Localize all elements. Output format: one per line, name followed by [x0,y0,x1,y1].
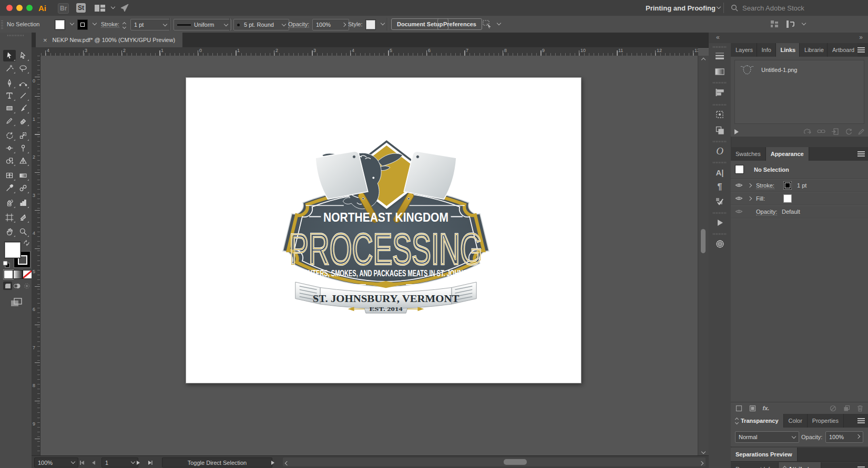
adobe-stock-search-input[interactable]: Search Adobe Stock [742,4,804,12]
vertical-scrollbar[interactable] [698,56,709,456]
lasso-tool[interactable] [17,63,29,74]
next-artboard-icon[interactable] [137,460,140,466]
align-panel-icon[interactable] [711,86,729,99]
fill-attr-label[interactable]: Fill: [756,195,765,202]
attributes-panel-menu-icon[interactable] [857,462,868,468]
scale-tool[interactable] [17,130,29,141]
delete-item-icon[interactable] [854,403,866,413]
pen-tool[interactable] [3,77,16,89]
draw-inside-mode-button[interactable] [22,282,31,290]
opacity-label[interactable]: Opacity: [288,21,309,28]
paragraph-panel-icon[interactable]: ¶ [711,181,729,193]
flattener-preview-panel-icon[interactable] [711,195,729,208]
opentype-panel-icon[interactable]: O [711,145,729,158]
expand-stroke-icon[interactable] [748,183,752,188]
variable-width-profile-field[interactable]: Uniform [173,19,231,30]
rotate-tool[interactable] [3,130,16,141]
color-mode-button[interactable] [4,270,13,279]
opacity-attr-value[interactable]: Default [782,209,800,215]
workspace-chevron-icon[interactable] [111,5,115,9]
pencil-tool[interactable] [3,115,16,127]
line-segment-tool[interactable] [17,90,29,101]
strip-grip[interactable] [713,46,727,48]
pathfinder-panel-icon[interactable] [711,124,729,137]
appearance-row-stroke[interactable]: Stroke: 1 pt [731,179,868,192]
opacity-field[interactable]: 100% [312,19,349,30]
screen-mode-button[interactable] [11,298,22,308]
tab-info[interactable]: Info [757,43,776,57]
tab-appearance[interactable]: Appearance [766,147,809,161]
rectangle-tool[interactable] [3,102,16,114]
tab-transparency[interactable]: Transparency [731,414,784,428]
slice-tool[interactable] [17,212,29,223]
artboard[interactable]: NORTHEAST KINGDOM PROCESSING PROCESSING … [186,77,581,383]
stroke-weight-field[interactable]: 1 pt [130,19,170,30]
clear-appearance-icon[interactable] [827,403,839,413]
isolate-chevron-icon[interactable] [497,21,501,25]
strip-grip[interactable] [713,162,727,163]
character-panel-icon[interactable]: A| [711,166,729,179]
strip-grip[interactable] [713,82,727,84]
stroke-attr-value[interactable]: 1 pt [797,182,806,189]
add-new-fill-icon[interactable] [747,403,758,413]
edit-original-icon[interactable] [855,127,867,136]
strip-grip[interactable] [713,233,727,235]
scroll-left-icon[interactable] [285,460,289,466]
collapse-dock-icon[interactable]: « [716,34,720,41]
stroke-color-swatch[interactable] [77,19,88,30]
stroke-panel-icon[interactable] [711,49,729,62]
status-display-field[interactable]: Toggle Direct Selection [162,457,272,467]
strip-grip[interactable] [713,212,727,214]
link-info-toggle-icon[interactable] [734,129,739,134]
perspective-grid-tool[interactable] [17,155,29,167]
relink-from-cc-icon[interactable] [802,127,813,136]
toolbar-grip[interactable] [7,35,24,36]
eraser-tool[interactable] [17,115,29,127]
minimize-window-button[interactable] [16,5,23,11]
artboard-tool[interactable] [3,212,16,223]
tab-separations-preview[interactable]: Separations Preview [731,448,798,461]
appearance-row-selection[interactable]: No Selection [731,161,868,179]
first-artboard-icon[interactable] [80,460,84,466]
fill-attr-swatch[interactable] [783,194,792,203]
tab-layers[interactable]: Layers [731,43,757,57]
style-swatch[interactable] [365,19,376,30]
appearance-row-fill[interactable]: Fill: [731,192,868,205]
isolate-selection-icon[interactable] [483,20,492,29]
panel-dock-icon[interactable] [787,20,796,29]
pasteboard[interactable]: NORTHEAST KINGDOM PROCESSING PROCESSING … [41,56,698,456]
zoom-window-button[interactable] [26,5,33,11]
default-fill-stroke-icon[interactable] [3,261,10,269]
horizontal-scrollbar[interactable] [283,457,706,466]
stroke-label[interactable]: Stroke: [101,21,119,28]
expand-dock-icon[interactable]: » [859,34,863,41]
artboard-number-field[interactable]: 1 [101,457,138,467]
stock-app-icon[interactable]: St [76,3,86,13]
tab-links[interactable]: Links [776,43,800,57]
vertical-ruler[interactable]: 0 1 2 3 4 5 6 7 8 9 [32,56,40,456]
width-tool[interactable] [3,142,16,154]
direct-selection-tool[interactable] [17,50,29,61]
brush-definition-field[interactable]: 5 pt. Round [233,19,289,30]
status-menu-icon[interactable] [271,460,274,466]
tab-color[interactable]: Color [784,414,808,428]
previous-artboard-icon[interactable] [92,460,95,466]
tab-document-info[interactable]: Document Info [731,462,779,468]
scroll-right-icon[interactable] [700,460,703,466]
opacity-attr-label[interactable]: Opacity: [756,209,777,215]
blend-mode-select[interactable]: Normal [735,431,799,443]
hand-tool[interactable] [3,226,16,237]
shape-builder-tool[interactable] [3,155,16,167]
stroke-attr-label[interactable]: Stroke: [756,182,774,189]
link-item-name[interactable]: Untitled-1.png [761,67,798,73]
curvature-tool[interactable] [17,77,29,89]
type-tool[interactable] [3,90,16,101]
horizontal-scroll-thumb[interactable] [504,459,527,465]
tab-swatches[interactable]: Swatches [731,147,766,161]
links-panel-menu-icon[interactable] [857,43,868,57]
appearance-panel-menu-icon[interactable] [857,147,868,161]
appearance-row-opacity[interactable]: Opacity: Default [731,205,868,218]
actions-panel-icon[interactable] [711,216,729,229]
separations-preview-panel-icon[interactable] [711,237,729,250]
style-chevron-icon[interactable] [381,21,385,25]
